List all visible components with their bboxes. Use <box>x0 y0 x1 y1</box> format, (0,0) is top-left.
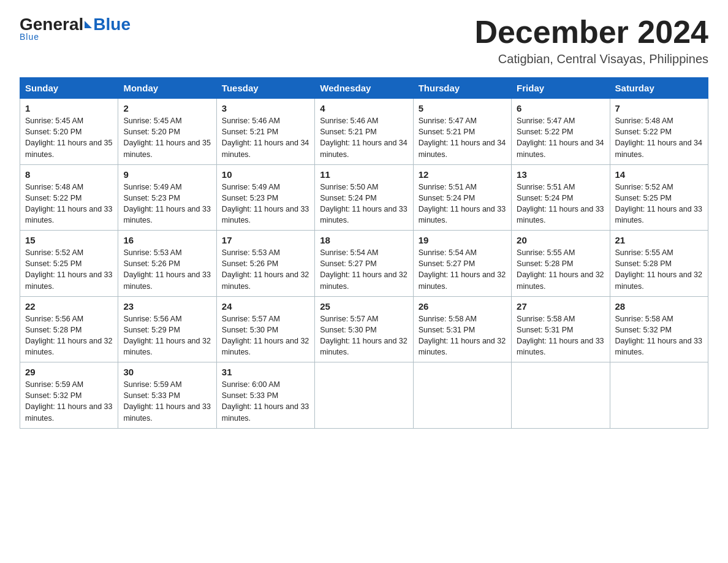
day-info: Sunrise: 5:59 AMSunset: 5:32 PMDaylight:… <box>25 379 113 424</box>
calendar-week-1: 1Sunrise: 5:45 AMSunset: 5:20 PMDaylight… <box>20 99 708 165</box>
calendar-cell: 4Sunrise: 5:46 AMSunset: 5:21 PMDaylight… <box>315 99 413 165</box>
weekday-header-friday: Friday <box>512 78 610 99</box>
day-number: 23 <box>123 301 211 312</box>
day-number: 6 <box>517 103 604 113</box>
day-info: Sunrise: 5:51 AMSunset: 5:24 PMDaylight:… <box>419 182 506 226</box>
calendar-cell: 18Sunrise: 5:54 AMSunset: 5:27 PMDayligh… <box>315 231 413 297</box>
day-info: Sunrise: 5:47 AMSunset: 5:21 PMDaylight:… <box>419 115 506 160</box>
logo: General Blue Blue <box>20 15 131 42</box>
day-info: Sunrise: 5:58 AMSunset: 5:31 PMDaylight:… <box>517 313 604 358</box>
day-number: 29 <box>25 367 113 377</box>
calendar-cell: 2Sunrise: 5:45 AMSunset: 5:20 PMDaylight… <box>118 99 216 165</box>
day-info: Sunrise: 5:57 AMSunset: 5:30 PMDaylight:… <box>222 313 309 358</box>
logo-underline: Blue <box>20 32 39 42</box>
calendar-cell: 28Sunrise: 5:58 AMSunset: 5:32 PMDayligh… <box>610 296 708 362</box>
calendar-cell: 5Sunrise: 5:47 AMSunset: 5:21 PMDaylight… <box>413 99 511 165</box>
day-info: Sunrise: 5:52 AMSunset: 5:25 PMDaylight:… <box>615 182 703 226</box>
day-info: Sunrise: 5:46 AMSunset: 5:21 PMDaylight:… <box>320 115 408 160</box>
calendar-cell: 6Sunrise: 5:47 AMSunset: 5:22 PMDaylight… <box>512 99 610 165</box>
day-info: Sunrise: 5:53 AMSunset: 5:26 PMDaylight:… <box>123 247 211 292</box>
day-number: 28 <box>615 301 703 312</box>
calendar-cell: 11Sunrise: 5:50 AMSunset: 5:24 PMDayligh… <box>315 164 413 231</box>
calendar-cell: 15Sunrise: 5:52 AMSunset: 5:25 PMDayligh… <box>20 231 118 297</box>
day-info: Sunrise: 5:53 AMSunset: 5:26 PMDaylight:… <box>222 247 309 292</box>
day-number: 18 <box>320 235 408 245</box>
calendar-cell: 10Sunrise: 5:49 AMSunset: 5:23 PMDayligh… <box>216 164 314 231</box>
day-number: 11 <box>320 169 408 180</box>
calendar-week-5: 29Sunrise: 5:59 AMSunset: 5:32 PMDayligh… <box>20 362 708 429</box>
calendar-cell: 14Sunrise: 5:52 AMSunset: 5:25 PMDayligh… <box>610 164 708 231</box>
calendar-table: SundayMondayTuesdayWednesdayThursdayFrid… <box>20 77 708 429</box>
day-info: Sunrise: 5:47 AMSunset: 5:22 PMDaylight:… <box>517 115 604 160</box>
day-number: 8 <box>25 169 113 180</box>
calendar-body: 1Sunrise: 5:45 AMSunset: 5:20 PMDaylight… <box>20 99 708 429</box>
day-number: 5 <box>419 103 506 113</box>
page-header: General Blue Blue December 2024 Catigbia… <box>20 15 708 66</box>
weekday-header-saturday: Saturday <box>610 78 708 99</box>
day-number: 17 <box>222 235 309 245</box>
calendar-cell: 3Sunrise: 5:46 AMSunset: 5:21 PMDaylight… <box>216 99 314 165</box>
calendar-cell <box>610 362 708 429</box>
day-info: Sunrise: 5:58 AMSunset: 5:32 PMDaylight:… <box>615 313 703 358</box>
day-info: Sunrise: 5:55 AMSunset: 5:28 PMDaylight:… <box>615 247 703 292</box>
day-info: Sunrise: 5:59 AMSunset: 5:33 PMDaylight:… <box>123 379 211 424</box>
day-number: 25 <box>320 301 408 312</box>
day-info: Sunrise: 5:45 AMSunset: 5:20 PMDaylight:… <box>25 115 113 160</box>
day-number: 3 <box>222 103 309 113</box>
location-title: Catigbian, Central Visayas, Philippines <box>474 52 708 66</box>
weekday-header-monday: Monday <box>118 78 216 99</box>
day-number: 12 <box>419 169 506 180</box>
calendar-cell: 30Sunrise: 5:59 AMSunset: 5:33 PMDayligh… <box>118 362 216 429</box>
calendar-cell: 20Sunrise: 5:55 AMSunset: 5:28 PMDayligh… <box>512 231 610 297</box>
day-info: Sunrise: 6:00 AMSunset: 5:33 PMDaylight:… <box>222 379 309 424</box>
calendar-cell: 22Sunrise: 5:56 AMSunset: 5:28 PMDayligh… <box>20 296 118 362</box>
calendar-week-2: 8Sunrise: 5:48 AMSunset: 5:22 PMDaylight… <box>20 164 708 231</box>
month-title: December 2024 <box>474 15 708 50</box>
day-number: 30 <box>123 367 211 377</box>
calendar-cell: 13Sunrise: 5:51 AMSunset: 5:24 PMDayligh… <box>512 164 610 231</box>
day-info: Sunrise: 5:45 AMSunset: 5:20 PMDaylight:… <box>123 115 211 160</box>
calendar-cell: 8Sunrise: 5:48 AMSunset: 5:22 PMDaylight… <box>20 164 118 231</box>
day-info: Sunrise: 5:48 AMSunset: 5:22 PMDaylight:… <box>25 182 113 226</box>
day-info: Sunrise: 5:56 AMSunset: 5:29 PMDaylight:… <box>123 313 211 358</box>
day-info: Sunrise: 5:54 AMSunset: 5:27 PMDaylight:… <box>320 247 408 292</box>
calendar-cell <box>315 362 413 429</box>
calendar-cell: 29Sunrise: 5:59 AMSunset: 5:32 PMDayligh… <box>20 362 118 429</box>
day-number: 13 <box>517 169 604 180</box>
calendar-week-3: 15Sunrise: 5:52 AMSunset: 5:25 PMDayligh… <box>20 231 708 297</box>
calendar-cell: 26Sunrise: 5:58 AMSunset: 5:31 PMDayligh… <box>413 296 511 362</box>
day-info: Sunrise: 5:54 AMSunset: 5:27 PMDaylight:… <box>419 247 506 292</box>
logo-blue-text: Blue <box>93 15 131 34</box>
day-number: 10 <box>222 169 309 180</box>
day-info: Sunrise: 5:56 AMSunset: 5:28 PMDaylight:… <box>25 313 113 358</box>
logo-arrow-icon <box>85 21 92 28</box>
calendar-cell: 12Sunrise: 5:51 AMSunset: 5:24 PMDayligh… <box>413 164 511 231</box>
day-number: 2 <box>123 103 211 113</box>
day-info: Sunrise: 5:49 AMSunset: 5:23 PMDaylight:… <box>222 182 309 226</box>
day-info: Sunrise: 5:49 AMSunset: 5:23 PMDaylight:… <box>123 182 211 226</box>
day-info: Sunrise: 5:57 AMSunset: 5:30 PMDaylight:… <box>320 313 408 358</box>
weekday-header-sunday: Sunday <box>20 78 118 99</box>
calendar-cell: 16Sunrise: 5:53 AMSunset: 5:26 PMDayligh… <box>118 231 216 297</box>
calendar-cell <box>512 362 610 429</box>
calendar-cell: 21Sunrise: 5:55 AMSunset: 5:28 PMDayligh… <box>610 231 708 297</box>
calendar-cell <box>413 362 511 429</box>
day-info: Sunrise: 5:58 AMSunset: 5:31 PMDaylight:… <box>419 313 506 358</box>
day-number: 19 <box>419 235 506 245</box>
weekday-header-wednesday: Wednesday <box>315 78 413 99</box>
weekday-header-thursday: Thursday <box>413 78 511 99</box>
calendar-cell: 23Sunrise: 5:56 AMSunset: 5:29 PMDayligh… <box>118 296 216 362</box>
calendar-cell: 24Sunrise: 5:57 AMSunset: 5:30 PMDayligh… <box>216 296 314 362</box>
calendar-cell: 1Sunrise: 5:45 AMSunset: 5:20 PMDaylight… <box>20 99 118 165</box>
weekday-header-row: SundayMondayTuesdayWednesdayThursdayFrid… <box>20 78 708 99</box>
title-block: December 2024 Catigbian, Central Visayas… <box>474 15 708 66</box>
day-number: 14 <box>615 169 703 180</box>
day-number: 31 <box>222 367 309 377</box>
day-number: 22 <box>25 301 113 312</box>
day-number: 24 <box>222 301 309 312</box>
day-number: 15 <box>25 235 113 245</box>
day-info: Sunrise: 5:51 AMSunset: 5:24 PMDaylight:… <box>517 182 604 226</box>
calendar-cell: 7Sunrise: 5:48 AMSunset: 5:22 PMDaylight… <box>610 99 708 165</box>
day-number: 27 <box>517 301 604 312</box>
day-number: 20 <box>517 235 604 245</box>
